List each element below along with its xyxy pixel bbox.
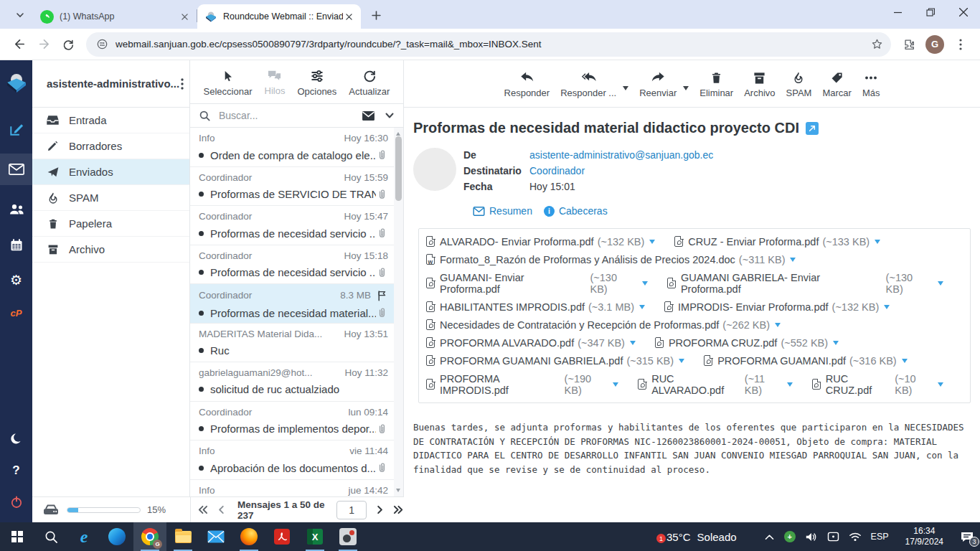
attachment[interactable]: HABILITANTES IMPRODIS.pdf(~3.1 MB): [426, 301, 645, 313]
attachment[interactable]: RUC CRUZ.pdf(~10 KB): [812, 373, 943, 396]
attachment-menu-icon[interactable]: [630, 341, 636, 348]
attachment-menu-icon[interactable]: [639, 305, 645, 312]
taskbar-excel[interactable]: X: [298, 522, 331, 551]
refresh-button[interactable]: Actualizar: [349, 69, 390, 97]
rail-cpanel-button[interactable]: cP: [0, 298, 32, 327]
folder-spam[interactable]: SPAM: [32, 185, 189, 211]
attachment-menu-icon[interactable]: [649, 240, 655, 247]
reply-button[interactable]: Responder: [504, 71, 550, 98]
attachment[interactable]: IMPRODIS- Enviar Proforma.pdf(~132 KB): [664, 301, 890, 313]
to-address-link[interactable]: Coordinador: [529, 165, 585, 176]
weather-widget[interactable]: 1 35°C Soleado: [660, 531, 737, 543]
taskbar-edge[interactable]: [100, 522, 133, 551]
folder-enviados[interactable]: Enviados: [32, 159, 189, 185]
tab-roundcube[interactable]: Roundcube Webmail :: Enviados: [197, 4, 361, 29]
last-page-button[interactable]: [393, 505, 404, 514]
taskbar-chrome[interactable]: G: [133, 522, 166, 551]
search-input[interactable]: [217, 109, 362, 122]
attachment-menu-icon[interactable]: [902, 359, 908, 366]
taskbar-acrobat[interactable]: [265, 522, 298, 551]
attachment-menu-icon[interactable]: [833, 341, 839, 348]
flag-icon[interactable]: [376, 289, 388, 301]
threads-button[interactable]: Hilos: [265, 69, 286, 96]
attachment-menu-icon[interactable]: [875, 240, 880, 247]
mark-button[interactable]: Marcar: [822, 71, 851, 98]
taskbar-java-app[interactable]: [331, 522, 364, 551]
volume-icon[interactable]: [805, 532, 818, 542]
headers-link[interactable]: i Cabeceras: [544, 205, 608, 217]
spam-button[interactable]: SPAM: [786, 71, 812, 98]
site-info-icon[interactable]: [96, 38, 108, 50]
forward-button[interactable]: [32, 32, 56, 57]
list-scrollbar[interactable]: [394, 128, 403, 496]
reply-all-button[interactable]: Responder ...: [560, 71, 616, 98]
message-row[interactable]: gabrielaguamani29@hot...Hoy 11:32 solici…: [190, 362, 394, 402]
taskbar-search-button[interactable]: [34, 522, 67, 551]
attachment[interactable]: Necesidades de Contratación y Recepción …: [426, 319, 781, 331]
attachment[interactable]: PROFORMA GUAMANI GABRIELA.pdf(~315 KB): [426, 355, 684, 367]
reload-button[interactable]: [56, 32, 80, 57]
message-row-selected[interactable]: Coordinador8.3 MB Proformas de necesidad…: [190, 284, 394, 324]
attachment[interactable]: PROFORMA GUAMANI.pdf(~316 KB): [704, 355, 908, 367]
search-options-chevron-icon[interactable]: [385, 110, 395, 121]
attachment[interactable]: GUAMANI GABRIELA- Enviar Proforma.pdf(~1…: [667, 272, 943, 295]
taskbar-internet-explorer[interactable]: e: [67, 522, 100, 551]
attachment-menu-icon[interactable]: [884, 305, 890, 312]
start-button[interactable]: [0, 522, 34, 551]
tab-whatsapp[interactable]: (1) WhatsApp: [33, 4, 197, 29]
folder-entrada[interactable]: Entrada: [32, 108, 189, 133]
attachment-menu-icon[interactable]: [642, 281, 648, 288]
bookmark-star-button[interactable]: [867, 34, 887, 55]
attachment[interactable]: PROFORMA ALVARADO.pdf(~347 KB): [426, 337, 636, 349]
attachment[interactable]: RUC ALVARADO.pdf(~11 KB): [638, 373, 793, 396]
antivirus-tray-icon[interactable]: +: [784, 531, 796, 542]
forward-button[interactable]: Reenviar: [639, 71, 677, 98]
url-text[interactable]: webmail.sanjuan.gob.ec/cpsess0500890797/…: [116, 39, 867, 50]
cast-icon[interactable]: [827, 532, 839, 542]
taskbar-file-explorer[interactable]: [166, 522, 199, 551]
message-row[interactable]: InfoHoy 16:30 Orden de compra de catalog…: [190, 128, 394, 167]
new-tab-button[interactable]: [367, 6, 385, 24]
rail-contacts-button[interactable]: [0, 195, 32, 224]
taskbar-firefox[interactable]: [232, 522, 265, 551]
message-row[interactable]: CoordinadorHoy 15:59 Proformas de SERVIC…: [190, 167, 394, 207]
attachment[interactable]: GUAMANI- Enviar Proforma.pdf(~130 KB): [426, 272, 648, 295]
summary-link[interactable]: Resumen: [473, 205, 532, 217]
attachment[interactable]: Formato_8_Razón de Proformas y Análisis …: [426, 254, 796, 265]
tab-search-button[interactable]: [10, 5, 30, 25]
select-button[interactable]: Seleccionar: [204, 69, 253, 97]
browser-profile-avatar[interactable]: G: [925, 35, 944, 54]
taskbar-clock[interactable]: 16:34 17/9/2024: [905, 526, 943, 547]
window-minimize-button[interactable]: [881, 0, 914, 24]
attachment-menu-icon[interactable]: [938, 382, 943, 390]
tray-expand-icon[interactable]: [764, 533, 775, 541]
notification-center-button[interactable]: 3: [960, 531, 974, 543]
message-row[interactable]: CoordinadorHoy 15:47 Proformas de necesi…: [190, 206, 394, 245]
wifi-icon[interactable]: [849, 532, 862, 542]
extensions-button[interactable]: [897, 32, 921, 57]
address-bar[interactable]: webmail.sanjuan.gob.ec/cpsess0500890797/…: [86, 32, 891, 57]
rail-logout-button[interactable]: [0, 488, 32, 517]
message-row[interactable]: Infojue 14:42: [190, 480, 394, 497]
more-button[interactable]: Más: [862, 71, 880, 98]
folder-papelera[interactable]: Papelera: [32, 211, 189, 237]
folder-archivo[interactable]: Archivo: [32, 237, 189, 263]
scroll-up-icon[interactable]: [396, 130, 400, 136]
rail-calendar-button[interactable]: [0, 231, 32, 260]
attachment[interactable]: PROFORMA CRUZ.pdf(~552 KB): [655, 337, 839, 349]
next-page-button[interactable]: [374, 505, 385, 514]
tab-close-icon[interactable]: [343, 11, 355, 23]
prev-page-button[interactable]: [216, 505, 227, 514]
browser-menu-button[interactable]: [948, 32, 973, 57]
rail-mail-button[interactable]: [0, 154, 32, 185]
rail-compose-button[interactable]: [0, 115, 32, 143]
rail-help-button[interactable]: ?: [0, 456, 32, 485]
taskbar-mail[interactable]: [199, 522, 232, 551]
attachment-menu-icon[interactable]: [775, 323, 781, 330]
message-row[interactable]: MADERITAS Material Dida...Hoy 13:51 Ruc: [190, 324, 394, 363]
reply-all-dropdown-icon[interactable]: [623, 86, 628, 93]
attachment[interactable]: ALVARADO- Enviar Proforma.pdf(~132 KB): [426, 236, 655, 248]
delete-button[interactable]: Eliminar: [699, 71, 733, 98]
attachment-menu-icon[interactable]: [787, 382, 793, 390]
window-close-button[interactable]: [947, 0, 980, 24]
